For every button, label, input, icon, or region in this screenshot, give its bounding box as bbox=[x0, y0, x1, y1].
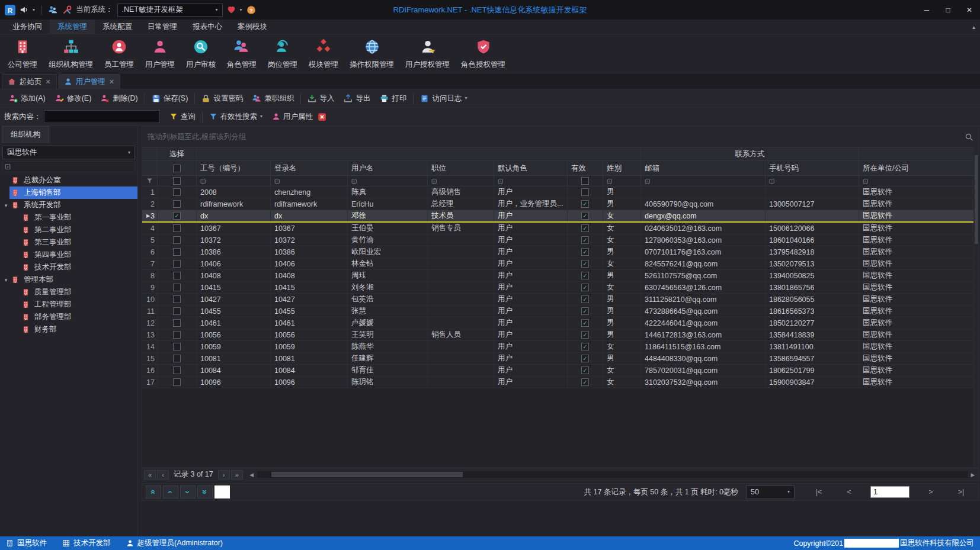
minimize-button[interactable]: ─ bbox=[916, 0, 937, 20]
grid-row-12[interactable]: 121046110461卢媛媛用户✓男4222446041@qq.com1850… bbox=[142, 317, 979, 329]
cell-name[interactable]: 陈真 bbox=[348, 186, 428, 198]
checkbox[interactable] bbox=[173, 366, 181, 374]
cell-role[interactable]: 用户 bbox=[494, 317, 568, 329]
ribbon-item-4[interactable]: 用户管理 bbox=[140, 37, 180, 71]
vertical-scrollbar[interactable] bbox=[973, 147, 979, 468]
menu-tab-2[interactable]: 系统管理 bbox=[50, 20, 95, 34]
cell-name[interactable]: 张慧 bbox=[348, 305, 428, 317]
checkbox[interactable]: ✓ bbox=[581, 200, 589, 208]
column-header-code[interactable]: 工号（编号） bbox=[197, 161, 271, 176]
filter-cell-company[interactable]: c bbox=[859, 176, 979, 186]
announce-icon[interactable] bbox=[20, 5, 28, 14]
cell-title[interactable] bbox=[428, 305, 494, 317]
grid-row-6[interactable]: 61038610386欧阳业宏用户✓男0707101176@163.com137… bbox=[142, 246, 979, 258]
tree-node-8[interactable]: 技术开发部 bbox=[0, 261, 137, 274]
filter-contains-icon[interactable]: c bbox=[351, 178, 358, 185]
cell-sel[interactable] bbox=[158, 294, 197, 305]
cell-phone[interactable]: 18601040166 bbox=[766, 234, 859, 246]
cell-email[interactable]: 4222446041@qq.com bbox=[641, 317, 766, 329]
cell-company[interactable]: 国思软件 bbox=[859, 234, 979, 246]
cell-sel[interactable] bbox=[158, 329, 197, 340]
cell-phone[interactable]: 13801865756 bbox=[766, 282, 859, 293]
cell-name[interactable]: 王伯晏 bbox=[348, 223, 428, 234]
cell-title[interactable] bbox=[428, 317, 494, 329]
cell-gender[interactable]: 男 bbox=[603, 246, 641, 258]
cell-login[interactable]: 10081 bbox=[271, 353, 348, 364]
cell-phone[interactable]: 15006120066 bbox=[766, 223, 859, 234]
column-header-phone[interactable]: 手机号码 bbox=[766, 161, 859, 176]
cell-valid[interactable]: ✓ bbox=[568, 246, 603, 258]
group-panel[interactable]: 拖动列标题至此,根据该列分组 bbox=[142, 127, 979, 147]
tree-node-7[interactable]: 第四事业部 bbox=[0, 249, 137, 261]
checkbox[interactable] bbox=[173, 319, 181, 327]
cell-code[interactable]: 10081 bbox=[197, 353, 271, 364]
cell-name[interactable]: 陈燕华 bbox=[348, 341, 428, 352]
checkbox[interactable]: ✓ bbox=[581, 319, 589, 327]
cell-phone[interactable]: 13795482918 bbox=[766, 246, 859, 258]
ribbon-item-10[interactable]: 用户授权管理 bbox=[400, 37, 455, 71]
checkbox[interactable]: ✓ bbox=[581, 236, 589, 244]
menu-tab-5[interactable]: 报表中心 bbox=[185, 20, 230, 34]
announce-caret-icon[interactable]: ▾ bbox=[33, 8, 35, 12]
cell-name[interactable]: 任建辉 bbox=[348, 353, 428, 364]
help-icon[interactable]: ? bbox=[246, 5, 256, 15]
cell-login[interactable]: rdiframework bbox=[271, 198, 348, 210]
cell-login[interactable]: 10084 bbox=[271, 365, 348, 376]
tree-expand-icon[interactable]: ▾ bbox=[3, 202, 9, 208]
menu-tab-1[interactable]: 业务协同 bbox=[5, 20, 50, 34]
checkbox[interactable]: ✓ bbox=[581, 212, 589, 220]
filter-cell-gender[interactable]: c bbox=[603, 176, 641, 186]
cell-phone[interactable]: 13005007127 bbox=[766, 198, 859, 210]
cell-email[interactable]: 3102037532@qq.com bbox=[641, 377, 766, 388]
checkbox[interactable] bbox=[173, 272, 181, 279]
cell-valid[interactable]: ✓ bbox=[568, 329, 603, 340]
cell-login[interactable]: 10408 bbox=[271, 270, 348, 281]
scroll-right-icon[interactable]: ▶ bbox=[969, 472, 977, 478]
cell-phone[interactable] bbox=[766, 186, 859, 198]
cell-valid[interactable]: ✓ bbox=[568, 353, 603, 364]
filter-contains-icon[interactable]: c bbox=[769, 178, 776, 185]
pager-blank-button[interactable] bbox=[214, 485, 230, 498]
tree-node-9[interactable]: ▾管理本部 bbox=[0, 274, 137, 286]
toolbar-button-4[interactable]: 保存(S) bbox=[147, 91, 193, 105]
cell-title[interactable]: 总经理 bbox=[428, 198, 494, 210]
cell-email[interactable]: 0240635012@163.com bbox=[641, 223, 766, 234]
column-header-email[interactable]: 邮箱 bbox=[641, 161, 766, 176]
grid-row-13[interactable]: 131005610056王笑明销售人员用户✓男1446172813@163.co… bbox=[142, 329, 979, 341]
grid-row-3[interactable]: ▶3✓dxdx邓徐技术员用户✓女dengx@qq.com国思软件 bbox=[142, 210, 979, 223]
close-tab-icon[interactable]: ✕ bbox=[109, 78, 114, 86]
cell-phone[interactable]: 13940050825 bbox=[766, 270, 859, 281]
ribbon-pin-icon[interactable]: ▴ bbox=[972, 24, 975, 30]
cell-valid[interactable]: ✓ bbox=[568, 365, 603, 376]
checkbox[interactable]: ✓ bbox=[581, 248, 589, 256]
cell-phone[interactable]: 18062501799 bbox=[766, 365, 859, 376]
cell-role[interactable]: 用户 bbox=[494, 234, 568, 246]
cell-phone[interactable]: 13811491100 bbox=[766, 341, 859, 352]
cell-gender[interactable]: 男 bbox=[603, 353, 641, 364]
filter-contains-icon[interactable]: c bbox=[200, 178, 207, 185]
cell-role[interactable]: 用户 bbox=[494, 341, 568, 352]
checkbox[interactable]: ✓ bbox=[581, 355, 589, 362]
cell-title[interactable] bbox=[428, 377, 494, 388]
cell-name[interactable]: 刘冬湘 bbox=[348, 282, 428, 293]
cell-login[interactable]: dx bbox=[271, 210, 348, 221]
cell-gender[interactable]: 男 bbox=[603, 186, 641, 198]
cell-role[interactable]: 用户 bbox=[494, 223, 568, 234]
cell-gender[interactable]: 女 bbox=[603, 282, 641, 293]
ribbon-item-5[interactable]: 用户审核 bbox=[181, 37, 221, 71]
cell-company[interactable]: 国思软件 bbox=[859, 282, 979, 293]
pager-top-button[interactable]: « bbox=[146, 485, 161, 498]
checkbox[interactable]: ✓ bbox=[581, 307, 589, 315]
checkbox[interactable]: ✓ bbox=[581, 343, 589, 350]
column-header-name[interactable]: 用户名 bbox=[348, 161, 428, 176]
cell-phone[interactable]: 13586594557 bbox=[766, 353, 859, 364]
filter-cell-phone[interactable]: c bbox=[766, 176, 859, 186]
cell-code[interactable]: dx bbox=[197, 210, 271, 221]
cell-phone[interactable]: 13584418839 bbox=[766, 329, 859, 340]
doc-tab-1[interactable]: 起始页✕ bbox=[2, 74, 57, 89]
pager-down-button[interactable]: › bbox=[180, 485, 196, 498]
scroll-track[interactable] bbox=[257, 471, 968, 478]
cell-role[interactable]: 用户，业务管理员... bbox=[494, 198, 568, 210]
cell-email[interactable]: 5261107575@qq.com bbox=[641, 270, 766, 281]
cell-valid[interactable]: ✓ bbox=[568, 341, 603, 352]
